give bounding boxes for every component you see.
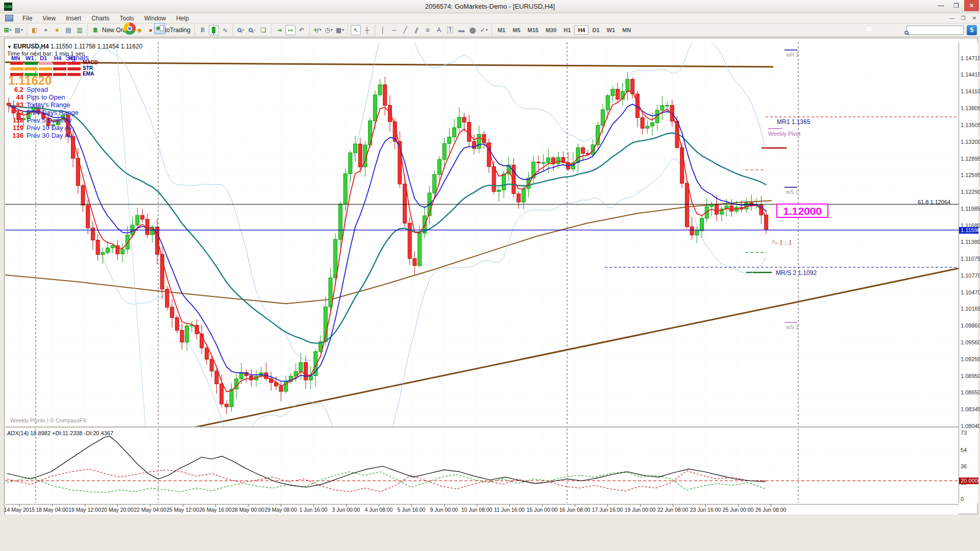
rectangle-button[interactable]: ▬ [456, 25, 467, 35]
vertical-line-button[interactable]: │ [378, 25, 388, 35]
stat-label: Prev Days Range [27, 109, 79, 116]
timeframe-m1[interactable]: M1 [494, 26, 509, 35]
adx-axis-label: 0 [961, 496, 978, 502]
date-label[interactable]: 26 Jun 08:00 [748, 507, 794, 513]
new-order-button[interactable]: 🗎 [90, 25, 101, 35]
price-axis-label: 1.12290 [961, 189, 978, 195]
signal-cell [39, 62, 52, 65]
fibonacci-button[interactable]: ≡ [423, 25, 433, 35]
timeframe-m5[interactable]: M5 [509, 26, 524, 35]
mrs2-label[interactable]: MR/S 2 1.1092 [776, 269, 817, 277]
bar-chart-button[interactable]: ǁǀ [198, 25, 208, 35]
ws1-label[interactable]: wS 1 [786, 189, 798, 195]
menu-bar: FileViewInsertChartsToolsWindowHelp — ❐ … [0, 13, 980, 23]
timeframe-h1[interactable]: H1 [560, 26, 574, 35]
child-restore-button[interactable]: ❐ [958, 13, 969, 23]
timeframe-m30[interactable]: M30 [542, 26, 560, 35]
weekly-pivot-label[interactable]: Weekly Pivot [768, 131, 800, 137]
stat-label: Prev 5 Days Av [27, 116, 72, 124]
timeframe-mn[interactable]: MN [619, 26, 634, 35]
cursor-button[interactable]: ↖ [351, 25, 361, 35]
timeframe-m15[interactable]: M15 [524, 26, 542, 35]
stat-value: 73 [7, 109, 23, 116]
ratio-label[interactable]: ^- 1 : 1 [772, 239, 792, 247]
adx-label: ADX(14) 18.8982 +DI:11.2338 -DI:20.4367 [7, 430, 113, 436]
search-icon[interactable] [904, 31, 909, 35]
adx-axis-label: 54 [961, 447, 978, 453]
timeframe-d1[interactable]: D1 [589, 26, 603, 35]
title-bar: GM 2056574: GoMarkets-Demo - [EURUSD,H4]… [0, 0, 980, 13]
maximize-button[interactable]: ❐ [949, 0, 964, 11]
fib-618-label[interactable]: 61.8 1.12064 [918, 199, 950, 205]
tile-windows-button[interactable]: ❏ [258, 25, 268, 35]
stat-label: Prev 10 Day Av [27, 124, 72, 132]
strategy-tester-button[interactable]: ▥ [75, 25, 85, 35]
menu-file[interactable]: File [17, 13, 37, 23]
price-axis: 1.147151.144151.141101.138051.135051.132… [959, 42, 978, 503]
window-title: 2056574: GoMarkets-Demo - [EURUSD,H4] [0, 0, 980, 13]
metaeditor-button[interactable]: ◆ [134, 25, 144, 35]
moving-averages [9, 91, 766, 392]
market-watch-button[interactable]: ◧ [30, 25, 40, 35]
terminal-button[interactable]: ▤ [63, 25, 74, 35]
chart-shift-button[interactable]: ↦ [285, 25, 296, 35]
text-label-button[interactable]: T [445, 25, 455, 35]
minimize-button[interactable]: — [934, 0, 948, 11]
ws3-label[interactable]: wS 3 [786, 324, 798, 330]
close-button[interactable]: ✕ [964, 0, 979, 11]
price-axis-label: 1.08950 [961, 373, 978, 379]
watermark: Weekly Pivots | © CompassFX [10, 417, 87, 423]
zoom-out-button[interactable]: − [247, 25, 257, 35]
horizontal-line-button[interactable]: ─ [389, 25, 399, 35]
trendline-button[interactable]: ╱ [400, 25, 410, 35]
timeframe-w1[interactable]: W1 [603, 26, 619, 35]
channel-button[interactable]: ∥ [411, 25, 422, 35]
menu-help[interactable]: Help [171, 13, 194, 23]
wr1-label[interactable]: wR 1 [786, 52, 799, 58]
signal-cell [53, 67, 66, 70]
price-alert-box[interactable]: 1.12000 [776, 204, 828, 218]
text-button[interactable]: A [434, 25, 444, 35]
panel-separator[interactable] [5, 427, 959, 428]
crosshair-button[interactable]: ┼ [362, 25, 372, 35]
templates-button[interactable]: ▦ [335, 25, 345, 35]
arrows-button[interactable]: ✓ [479, 25, 489, 35]
price-axis-label: 1.11985 [961, 206, 978, 212]
zoom-in-button[interactable]: + [236, 25, 246, 35]
search-input[interactable] [906, 26, 964, 35]
adx-axis-label: 36 [961, 463, 978, 469]
mql5-community-icon[interactable]: 5 [967, 25, 977, 35]
price-axis-label: 1.13505 [961, 122, 978, 128]
candlestick-chart-button[interactable] [209, 25, 219, 35]
menu-insert[interactable]: Insert [61, 13, 86, 23]
profiles-button[interactable]: ▤ [14, 25, 24, 35]
price-axis-label: 1.13200 [961, 139, 978, 145]
menu-items: FileViewInsertChartsToolsWindowHelp [17, 13, 194, 23]
price-axis-label: 1.08650 [961, 389, 978, 395]
menu-tools[interactable]: Tools [115, 13, 139, 23]
new-chart-button[interactable]: ⊞ [3, 25, 13, 35]
price-chart-canvas[interactable] [5, 42, 959, 427]
menu-view[interactable]: View [37, 13, 61, 23]
child-minimize-button[interactable]: — [946, 13, 958, 23]
adx-indicator-canvas[interactable] [5, 429, 959, 503]
ellipse-button[interactable]: ⬤ [468, 25, 478, 35]
screen: GM 2056574: GoMarkets-Demo - [EURUSD,H4]… [0, 0, 980, 551]
mr1-label[interactable]: MR1 1.1365 [777, 118, 810, 126]
indicators-button[interactable]: +𝆑 [312, 25, 323, 35]
menu-charts[interactable]: Charts [86, 13, 114, 23]
timeframe-h4[interactable]: H4 [574, 26, 589, 35]
data-window-button[interactable]: ⌖ [41, 25, 51, 35]
collapse-arrow-icon[interactable]: ▼ [7, 44, 12, 49]
chrome-icon [124, 22, 136, 35]
line-chart-button[interactable]: ∿ [220, 25, 230, 35]
chart-window-icon[interactable] [5, 15, 13, 21]
navigator-button[interactable]: ★ [52, 25, 62, 35]
undo-button[interactable]: ↶ [297, 25, 307, 35]
auto-scroll-button[interactable]: ⇥ [274, 25, 284, 35]
price-axis-label: 1.08040 [961, 423, 978, 429]
menu-window[interactable]: Window [139, 13, 172, 23]
child-close-button[interactable]: ✕ [969, 13, 980, 23]
signal-row-label-str: STR [83, 65, 93, 71]
periods-button[interactable]: ◷ [324, 25, 334, 35]
